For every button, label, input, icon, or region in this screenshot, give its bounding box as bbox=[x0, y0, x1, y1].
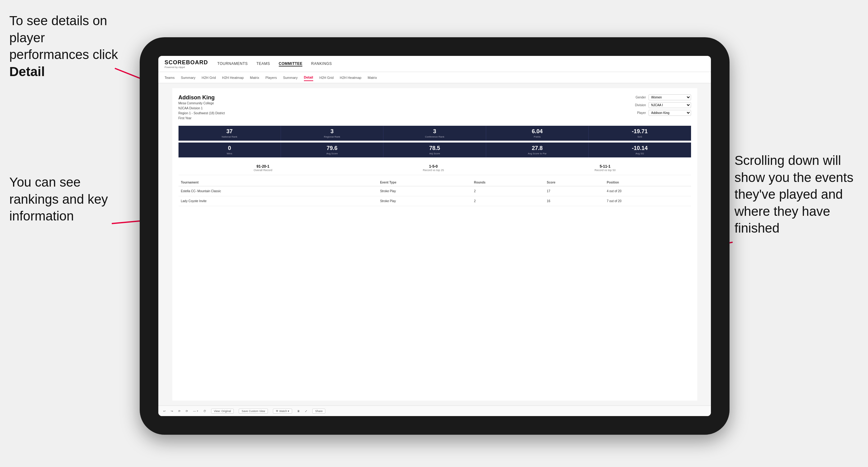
bottom-toolbar: ↩ ↪ ⟳ ⟳ — + ⏱ View: Original Save Custom… bbox=[158, 406, 711, 416]
stat-avg-score-par-label: Avg Score to Par bbox=[487, 152, 587, 155]
subnav-h2h-grid2[interactable]: H2H Grid bbox=[319, 74, 334, 81]
record-top25: 1-5-0 Record vs top 25 bbox=[423, 164, 444, 172]
stat-points-value: 6.04 bbox=[487, 128, 587, 135]
col-rounds: Rounds bbox=[471, 179, 545, 186]
stat-avg-score: 79.6 Avg Score bbox=[281, 143, 383, 157]
stat-conference-rank-label: Conference Rank bbox=[385, 135, 484, 138]
stat-national-rank-value: 37 bbox=[180, 128, 279, 135]
stat-wins-label: Wins bbox=[180, 152, 279, 155]
stat-regional-rank-label: Regional Rank bbox=[282, 135, 382, 138]
player-region: Region 1 - Southwest (18) District bbox=[179, 111, 225, 116]
cell-event-type-1: Stroke Play bbox=[377, 186, 471, 196]
stat-adj-score-label: Adj Score bbox=[385, 152, 484, 155]
table-row: Estella CC- Mountain Classic Stroke Play… bbox=[179, 186, 691, 196]
gender-select[interactable]: Women Men bbox=[649, 94, 691, 100]
logo-area: SCOREBOARD Powered by clippd bbox=[164, 59, 208, 69]
player-select[interactable]: Addison King bbox=[649, 110, 691, 116]
subnav-h2h-grid[interactable]: H2H Grid bbox=[202, 74, 216, 81]
toolbar-timer[interactable]: ⏱ bbox=[203, 410, 206, 413]
division-select[interactable]: NJCAA I NJCAA II bbox=[649, 102, 691, 108]
gender-control: Gender Women Men bbox=[629, 94, 691, 100]
annotation-scroll: Scrolling down will show you the events … bbox=[735, 152, 859, 237]
stat-avg-sg-label: Avg SG bbox=[590, 152, 689, 155]
cell-tournament-1: Estella CC- Mountain Classic bbox=[179, 186, 378, 196]
subnav-matrix2[interactable]: Matrix bbox=[368, 74, 377, 81]
toolbar-save-custom[interactable]: Save Custom View bbox=[239, 409, 268, 413]
top-navigation: SCOREBOARD Powered by clippd TOURNAMENTS… bbox=[158, 56, 711, 72]
record-overall: 91-20-1 Overall Record bbox=[254, 164, 272, 172]
record-overall-label: Overall Record bbox=[254, 168, 272, 172]
stat-avg-score-par-value: 27.8 bbox=[487, 145, 587, 152]
stat-wins: 0 Wins bbox=[179, 143, 281, 157]
main-content: Addison King Mesa Community College NJCA… bbox=[158, 83, 711, 406]
record-overall-value: 91-20-1 bbox=[254, 164, 272, 168]
table-header: Tournament Event Type Rounds Score Posit… bbox=[179, 179, 691, 186]
toolbar-view-original[interactable]: View: Original bbox=[211, 409, 234, 413]
stat-points: 6.04 Points bbox=[486, 126, 589, 141]
subnav-detail[interactable]: Detail bbox=[304, 74, 313, 81]
toolbar-zoom[interactable]: — + bbox=[193, 410, 198, 413]
record-top25-value: 1-5-0 bbox=[423, 164, 444, 168]
stat-regional-rank: 3 Regional Rank bbox=[281, 126, 383, 141]
subnav-h2h-heatmap2[interactable]: H2H Heatmap bbox=[340, 74, 362, 81]
tablet-device: SCOREBOARD Powered by clippd TOURNAMENTS… bbox=[140, 37, 730, 435]
stat-conference-rank: 3 Conference Rank bbox=[383, 126, 486, 141]
toolbar-share[interactable]: Share bbox=[312, 409, 326, 413]
cell-position-2: 7 out of 20 bbox=[604, 196, 691, 206]
stat-national-rank-label: National Rank bbox=[180, 135, 279, 138]
division-control: Division NJCAA I NJCAA II bbox=[629, 102, 691, 108]
nav-teams[interactable]: TEAMS bbox=[256, 61, 270, 66]
record-top50-label: Record vs top 50 bbox=[594, 168, 616, 172]
col-tournament: Tournament bbox=[179, 179, 378, 186]
subnav-players[interactable]: Players bbox=[266, 74, 277, 81]
subnav-summary2[interactable]: Summary bbox=[283, 74, 298, 81]
stat-national-rank: 37 National Rank bbox=[179, 126, 281, 141]
record-top50: 5-11-1 Record vs top 50 bbox=[594, 164, 616, 172]
player-college: Mesa Community College bbox=[179, 101, 225, 106]
subnav-h2h-heatmap[interactable]: H2H Heatmap bbox=[222, 74, 244, 81]
stat-avg-sg: -10.14 Avg SG bbox=[589, 143, 691, 157]
stat-sos-value: -19.71 bbox=[590, 128, 689, 135]
subnav-summary[interactable]: Summary bbox=[181, 74, 195, 81]
col-score: Score bbox=[544, 179, 604, 186]
player-info: Addison King Mesa Community College NJCA… bbox=[179, 94, 225, 121]
toolbar-screen[interactable]: 🖥 bbox=[297, 410, 300, 413]
cell-position-1: 4 out of 20 bbox=[604, 186, 691, 196]
toolbar-refresh2[interactable]: ⟳ bbox=[186, 410, 188, 413]
stats-row-2: 0 Wins 79.6 Avg Score 78.5 Adj Score 27.… bbox=[179, 143, 691, 157]
stat-avg-sg-value: -10.14 bbox=[590, 145, 689, 152]
player-controls: Gender Women Men Division NJCAA I NJCAA … bbox=[629, 94, 691, 121]
stat-sos: -19.71 SoS bbox=[589, 126, 691, 141]
toolbar-expand[interactable]: ⤢ bbox=[305, 410, 307, 413]
nav-committee[interactable]: COMMITTEE bbox=[279, 61, 303, 66]
player-header: Addison King Mesa Community College NJCA… bbox=[179, 94, 691, 121]
stat-sos-label: SoS bbox=[590, 135, 689, 138]
cell-tournament-2: Lady Coyote Invite bbox=[179, 196, 378, 206]
division-label: Division bbox=[629, 103, 646, 107]
content-inner: Addison King Mesa Community College NJCA… bbox=[172, 88, 697, 401]
stat-adj-score-value: 78.5 bbox=[385, 145, 484, 152]
subnav-teams[interactable]: Teams bbox=[164, 74, 175, 81]
cell-score-2: 16 bbox=[544, 196, 604, 206]
toolbar-redo[interactable]: ↪ bbox=[171, 410, 173, 413]
col-position: Position bbox=[604, 179, 691, 186]
logo-sub: Powered by clippd bbox=[164, 66, 208, 69]
subnav-matrix[interactable]: Matrix bbox=[250, 74, 259, 81]
stat-points-label: Points bbox=[487, 135, 587, 138]
nav-rankings[interactable]: RANKINGS bbox=[311, 61, 332, 66]
toolbar-watch[interactable]: 👁 Watch ▾ bbox=[273, 409, 292, 413]
toolbar-undo[interactable]: ↩ bbox=[163, 410, 166, 413]
stats-row-1: 37 National Rank 3 Regional Rank 3 Confe… bbox=[179, 126, 691, 141]
stat-wins-value: 0 bbox=[180, 145, 279, 152]
stat-avg-score-value: 79.6 bbox=[282, 145, 382, 152]
stat-regional-rank-value: 3 bbox=[282, 128, 382, 135]
player-year: First Year bbox=[179, 116, 225, 121]
cell-rounds-2: 2 bbox=[471, 196, 545, 206]
table-row: Lady Coyote Invite Stroke Play 2 16 7 ou… bbox=[179, 196, 691, 206]
cell-rounds-1: 2 bbox=[471, 186, 545, 196]
record-top25-label: Record vs top 25 bbox=[423, 168, 444, 172]
toolbar-refresh1[interactable]: ⟳ bbox=[178, 410, 181, 413]
nav-tournaments[interactable]: TOURNAMENTS bbox=[217, 61, 248, 66]
stat-avg-score-par: 27.8 Avg Score to Par bbox=[486, 143, 589, 157]
table-body: Estella CC- Mountain Classic Stroke Play… bbox=[179, 186, 691, 206]
